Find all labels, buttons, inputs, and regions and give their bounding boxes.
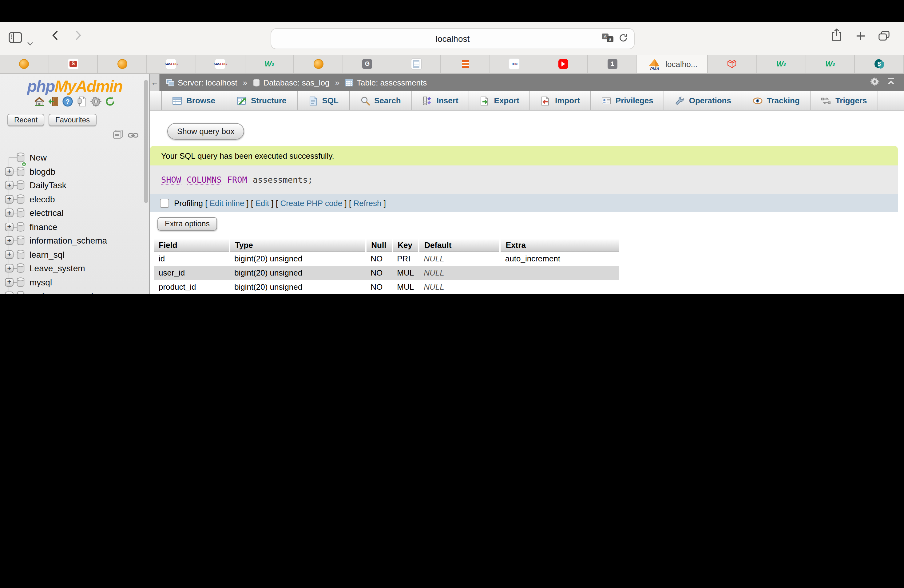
sidebar-item-performance_schema[interactable]: +performance_schema: [0, 289, 149, 294]
browser-tab[interactable]: 1: [588, 55, 637, 73]
breadcrumb-back-icon[interactable]: ←: [150, 74, 160, 91]
breadcrumb-item[interactable]: Table: assessments: [345, 78, 427, 87]
show-query-box-button[interactable]: Show query box: [167, 123, 244, 140]
sql-keyword[interactable]: COLUMNS: [186, 174, 222, 185]
browser-tab[interactable]: W3: [806, 55, 855, 73]
breadcrumb-item[interactable]: Server: localhost: [166, 78, 237, 87]
browser-toolbar: localhost Aa: [0, 22, 904, 55]
expand-icon[interactable]: +: [5, 278, 14, 286]
chevron-down-icon[interactable]: [27, 37, 33, 48]
sidebar-item-elecdb[interactable]: +elecdb: [0, 192, 149, 206]
expand-icon[interactable]: +: [5, 209, 14, 217]
address-bar[interactable]: localhost Aa: [270, 28, 635, 49]
expand-icon[interactable]: +: [5, 292, 14, 294]
sql-text: assessments;: [253, 175, 313, 185]
browser-tab[interactable]: G: [343, 55, 392, 73]
expand-icon[interactable]: +: [5, 264, 14, 272]
sql-keyword[interactable]: FROM: [227, 175, 247, 185]
browser-tab[interactable]: [98, 55, 147, 73]
expand-icon[interactable]: +: [5, 167, 14, 175]
page-settings-gear-icon[interactable]: [870, 77, 879, 88]
docs-icon[interactable]: [76, 96, 87, 109]
sql-tab-icon: [308, 96, 318, 106]
browser-tab[interactable]: S: [855, 55, 904, 73]
expand-icon[interactable]: +: [5, 236, 14, 245]
settings-gear-icon[interactable]: [90, 96, 101, 109]
svg-text:A: A: [604, 34, 607, 39]
sidebar-item-electrical[interactable]: +electrical: [0, 206, 149, 220]
tab-import[interactable]: Import: [530, 91, 591, 110]
table-cell: NO: [366, 280, 392, 294]
tab-operations[interactable]: Operations: [664, 91, 742, 110]
forward-icon[interactable]: [75, 30, 82, 43]
sql-keyword[interactable]: SHOW: [161, 174, 181, 185]
browser-tab[interactable]: [539, 55, 588, 73]
tab-structure[interactable]: Structure: [226, 91, 298, 110]
tab-export[interactable]: Export: [469, 91, 530, 110]
expand-icon[interactable]: +: [5, 194, 14, 203]
tab-privileges[interactable]: Privileges: [591, 91, 664, 110]
column-header: Null: [366, 239, 392, 251]
sidebar-item-learn_sql[interactable]: +learn_sql: [0, 248, 149, 261]
browser-tab[interactable]: [441, 55, 490, 73]
link-icon[interactable]: [128, 130, 138, 141]
content: Show query box Your SQL query has been e…: [150, 111, 904, 294]
favourites-button[interactable]: Favourites: [49, 114, 96, 126]
tab-sql[interactable]: SQL: [298, 91, 349, 110]
phpmyadmin-logo[interactable]: phpMyAdmin: [0, 77, 149, 95]
tab-insert[interactable]: Insert: [412, 91, 469, 110]
profiling-link[interactable]: Edit inline: [210, 198, 245, 207]
collapse-all-icon[interactable]: [113, 130, 123, 141]
profiling-checkbox[interactable]: [160, 198, 169, 207]
share-icon[interactable]: [831, 28, 842, 44]
home-icon[interactable]: [34, 96, 45, 109]
sidebar-item-dailytask[interactable]: +DailyTask: [0, 179, 149, 192]
new-tab-icon[interactable]: [856, 32, 865, 43]
scroll-top-icon[interactable]: [887, 77, 895, 87]
tab-tracking[interactable]: Tracking: [742, 91, 811, 110]
sidebar-item-finance[interactable]: +finance: [0, 220, 149, 234]
macos-menubar: [0, 0, 904, 22]
profiling-link[interactable]: Create PHP code: [280, 198, 342, 207]
browser-tab[interactable]: SASLOG: [147, 55, 196, 73]
browser-tab[interactable]: [0, 55, 49, 73]
breadcrumb-item[interactable]: Database: sas_log: [253, 78, 329, 87]
recent-button[interactable]: Recent: [7, 114, 44, 126]
tree-item-label: electrical: [30, 206, 64, 220]
sidebar-scrollbar[interactable]: [144, 80, 148, 203]
profiling-link[interactable]: Edit: [256, 198, 269, 207]
browser-tab[interactable]: [708, 55, 757, 73]
browser-tab[interactable]: THN: [490, 55, 539, 73]
browser-tab[interactable]: SASLOG: [196, 55, 245, 73]
sidebar-item-information_schema[interactable]: +information_schema: [0, 234, 149, 248]
tab-search[interactable]: Search: [349, 91, 412, 110]
browser-tab[interactable]: W3: [245, 55, 294, 73]
expand-icon[interactable]: +: [5, 222, 14, 231]
table-cell: NULL: [419, 266, 500, 280]
sidebar-toggle-icon[interactable]: [9, 32, 22, 46]
browser-tab[interactable]: W3: [757, 55, 806, 73]
sidebar-item-leave_system[interactable]: +Leave_system: [0, 261, 149, 275]
table-nav-tabs: BrowseStructureSQLSearchInsertExportImpo…: [150, 91, 904, 111]
browser-tab-active[interactable]: PMAlocalho...: [637, 55, 708, 73]
sidebar-item-blogdb[interactable]: +blogdb: [0, 164, 149, 179]
sidebar-item-mysql[interactable]: +mysql: [0, 275, 149, 289]
reload-navigation-icon[interactable]: [104, 96, 115, 109]
tab-browse[interactable]: Browse: [161, 91, 226, 110]
tabs-overview-icon[interactable]: [878, 30, 890, 44]
reload-icon[interactable]: [619, 33, 628, 44]
help-icon[interactable]: ?: [62, 96, 73, 109]
logout-icon[interactable]: [48, 96, 59, 109]
browser-tab[interactable]: [392, 55, 441, 73]
back-icon[interactable]: [52, 30, 58, 43]
tab-triggers[interactable]: Triggers: [811, 91, 878, 110]
browser-tab[interactable]: [294, 55, 343, 73]
browser-tab[interactable]: S: [49, 55, 98, 73]
expand-icon[interactable]: +: [5, 250, 14, 259]
expand-icon[interactable]: +: [5, 181, 14, 190]
extra-options-button[interactable]: Extra options: [157, 217, 217, 231]
translate-icon[interactable]: Aa: [601, 33, 614, 44]
sidebar-item-new[interactable]: New: [0, 151, 149, 164]
profiling-link[interactable]: Refresh: [353, 198, 381, 207]
database-icon: [16, 222, 25, 234]
